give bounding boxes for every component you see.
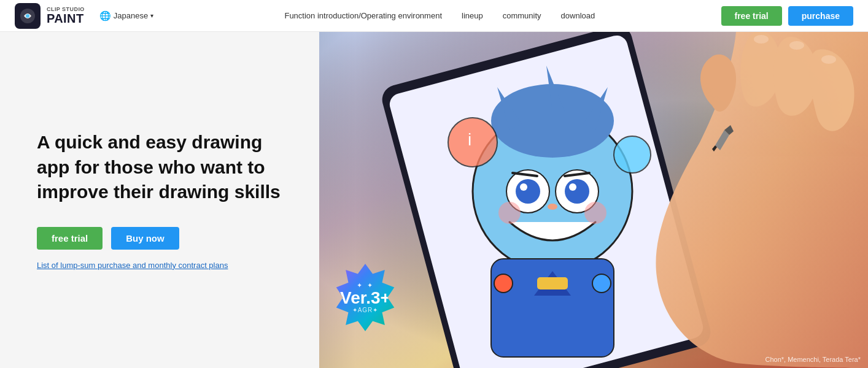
- nav-actions: free trial purchase: [721, 6, 854, 26]
- svg-point-36: [821, 55, 836, 64]
- version-text: Ver.3+: [340, 289, 390, 307]
- nav-download[interactable]: download: [561, 11, 595, 20]
- logo-icon: [15, 3, 41, 29]
- artwork-credit: Chon*, Memenchi, Terada Tera*: [765, 356, 861, 363]
- svg-point-28: [494, 274, 513, 293]
- svg-point-23: [498, 202, 521, 224]
- language-selector[interactable]: 🌐 Japanese ▾: [95, 8, 158, 24]
- version-badge: ✦ ✦ Ver.3+ ✦AGR✦: [331, 264, 399, 331]
- version-sub: ✦AGR✦: [352, 307, 379, 313]
- globe-icon: 🌐: [99, 10, 111, 21]
- header-free-trial-button[interactable]: free trial: [721, 6, 782, 26]
- svg-point-34: [754, 35, 769, 44]
- svg-point-31: [614, 136, 651, 173]
- svg-point-29: [592, 274, 611, 293]
- svg-point-30: [448, 118, 497, 167]
- nav-community[interactable]: community: [503, 11, 541, 20]
- svg-rect-27: [537, 277, 568, 289]
- version-badge-inner: ✦ ✦ Ver.3+ ✦AGR✦: [331, 264, 399, 331]
- svg-point-35: [789, 41, 804, 50]
- header-purchase-button[interactable]: purchase: [788, 6, 853, 26]
- plans-link[interactable]: List of lump-sum purchase and monthly co…: [37, 261, 282, 270]
- main-content: A quick and easy drawing app for those w…: [0, 32, 868, 368]
- logo-link[interactable]: CLIP STUDIO PAINT: [15, 3, 85, 29]
- svg-point-22: [548, 204, 557, 210]
- site-header: CLIP STUDIO PAINT 🌐 Japanese ▾ Function …: [0, 0, 868, 32]
- nav-function-intro[interactable]: Function introduction/Operating environm…: [284, 11, 442, 20]
- language-label: Japanese: [114, 11, 148, 20]
- svg-point-24: [584, 202, 606, 224]
- logo-text: CLIP STUDIO PAINT: [47, 7, 85, 25]
- nav-lineup[interactable]: lineup: [462, 11, 483, 20]
- hero-right-panel: i »: [319, 32, 868, 368]
- svg-point-1: [26, 14, 29, 18]
- cta-buttons: free trial Buy now: [37, 227, 282, 250]
- hero-free-trial-button[interactable]: free trial: [37, 227, 103, 250]
- chevron-down-icon: ▾: [150, 12, 153, 19]
- hero-buy-now-button[interactable]: Buy now: [111, 227, 179, 250]
- hero-title: A quick and easy drawing app for those w…: [37, 130, 282, 205]
- svg-point-18: [520, 183, 527, 191]
- hero-artwork: i »: [319, 32, 868, 368]
- svg-point-16: [516, 179, 540, 204]
- svg-text:i: i: [468, 130, 471, 149]
- svg-point-17: [565, 179, 589, 204]
- main-nav: Function introduction/Operating environm…: [158, 11, 721, 20]
- hero-left-panel: A quick and easy drawing app for those w…: [0, 32, 319, 368]
- svg-point-19: [569, 183, 576, 191]
- logo-paint: PAINT: [47, 12, 85, 25]
